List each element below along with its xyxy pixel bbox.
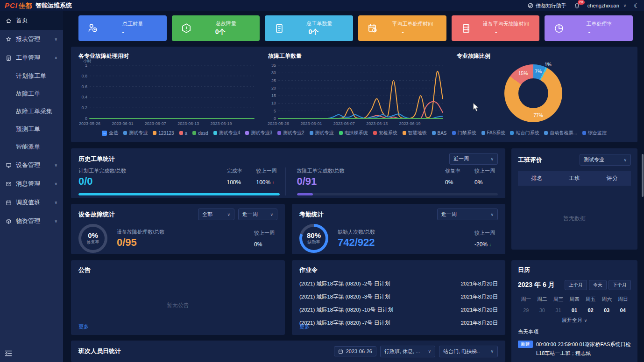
legend-item[interactable]: 123123 (153, 131, 174, 136)
panel-title: 公告 (78, 266, 277, 274)
device-fault-scope-dropdown[interactable]: 全部 (198, 209, 234, 220)
legend-item[interactable]: FAS系统 (481, 130, 505, 136)
legend-item[interactable]: 电扶梯系统 (339, 130, 368, 136)
legend-item[interactable]: 门禁系统 (452, 130, 476, 136)
stat-card-icon (367, 22, 379, 35)
calendar-day[interactable]: 01 (566, 307, 583, 313)
legend-label: 测试专业4 (219, 130, 241, 136)
team-rating-panel: 工班评价 测试专业 排名 工班 评分 暂无数据 (511, 148, 637, 250)
assistant-button[interactable]: 佳都知行助手 (528, 2, 566, 9)
scrollbar-thumb[interactable] (642, 154, 644, 197)
calendar-day[interactable]: 31 (550, 307, 566, 313)
fault-ratio-donut-chart: 7%1%77%15% (504, 64, 562, 122)
sidebar-subitem-predict-workorder[interactable]: 预测工单 (0, 120, 63, 138)
history-workorder-panel: 历史工单统计 近一周 计划工单完成数/总数 0/0 完成率100% 较上一周10… (71, 148, 505, 198)
legend-item[interactable]: 安检系统 (373, 130, 397, 136)
legend-item[interactable]: 测试专业 (310, 130, 334, 136)
notice-empty-text: 暂无公告 (78, 301, 277, 309)
work-order-title: (2021) 城际18字第 (0820) -3号 日计划 (299, 293, 390, 300)
sidebar-item-home[interactable]: 首页 (0, 11, 63, 30)
top-bar: PCI 佳都 智能运维系统 佳都知行助手 28 chengzhixuan ☾ (0, 0, 644, 11)
notice-panel: 公告 暂无公告 更多 (71, 260, 285, 335)
material-icon (6, 218, 12, 224)
calendar-event[interactable]: 新建 00:00:00-23:59:00 01谢家桥FAS系统日检 L18车站一… (518, 340, 631, 357)
prev-month-button[interactable]: 上个月 (565, 280, 587, 290)
today-button[interactable]: 今天 (589, 280, 607, 290)
shift-date-picker[interactable]: 2023-06-26 (334, 346, 376, 356)
sidebar-collapse-button[interactable] (5, 350, 12, 358)
legend-item[interactable]: 智慧地铁 (403, 130, 427, 136)
calendar-day[interactable]: 30 (534, 307, 551, 313)
user-menu[interactable]: chengzhixuan (587, 3, 626, 8)
sidebar-item-reports[interactable]: 报表管理 (0, 30, 63, 49)
work-order-row[interactable]: (2021) 城际18字第 (0820) -7号 日计划 2021年8月20日 (299, 320, 498, 327)
stat-card: 总工单数量 0个 (265, 15, 353, 41)
legend-item[interactable]: 测试专业4 (213, 130, 241, 136)
svg-text:0.4: 0.4 (81, 95, 87, 99)
attendance-range-dropdown[interactable]: 近一周 (437, 209, 498, 220)
calendar-day[interactable]: 02 (582, 307, 599, 313)
weekday-label: 周日 (615, 296, 631, 303)
attendance-value: 742/922 (338, 237, 375, 249)
sidebar-subitem-planned-workorder[interactable]: 计划修工单 (0, 67, 63, 85)
expand-month-button[interactable]: 展开全月 (518, 317, 631, 324)
legend-item[interactable]: 测试专业 (123, 130, 148, 136)
attendance-panel: 考勤统计 近一周 80% 缺勤率 缺勤人次数/总数 742/922 较上一周-2… (292, 204, 505, 254)
panel-title: 历史工单统计 (78, 155, 115, 163)
calendar-day[interactable]: 29 (518, 307, 534, 313)
calendar-day[interactable]: 03 (599, 307, 615, 313)
legend-label: 123123 (158, 131, 174, 136)
legend-select-all[interactable]: 全选 (102, 130, 118, 136)
legend-label: 自动售检票... (550, 130, 577, 136)
svg-text:2023-06-19: 2023-06-19 (211, 121, 232, 126)
work-order-row[interactable]: (2021) 城际18字第 (0820) -2号 日计划 2021年8月20日 (299, 280, 498, 287)
legend-item[interactable]: 自动售检票... (544, 130, 577, 136)
sidebar-subitem-smart-dispatch[interactable]: 智能派单 (0, 138, 63, 156)
legend-color-dot (339, 131, 343, 135)
work-order-more-link[interactable]: 更多 (299, 323, 310, 330)
event-line2: L18车站一工班；程志炫 (536, 350, 591, 356)
sidebar-item-dispatch-duty[interactable]: 调度值班 (0, 193, 63, 212)
calendar-day[interactable]: 04 (615, 307, 631, 313)
shift-type-dropdown[interactable]: 行政班, 休息, ... (380, 346, 435, 357)
stat-card-label: 设备平均无故障时间 (483, 21, 529, 28)
column-score: 评分 (593, 174, 631, 182)
work-order-row[interactable]: (2021) 城际18字第 (0820) -3号 日计划 2021年8月20日 (299, 293, 498, 300)
absence-rate-gauge: 80% 缺勤率 (299, 224, 328, 253)
legend-item[interactable]: dasd (192, 131, 208, 136)
legend-item[interactable]: a (179, 131, 188, 136)
sidebar-item-messages[interactable]: 消息管理 (0, 174, 63, 193)
legend-item[interactable]: 测试专业3 (245, 130, 272, 136)
legend-item[interactable]: 站台门系统 (510, 130, 539, 136)
svg-text:30: 30 (271, 70, 276, 75)
device-fault-range-dropdown[interactable]: 近一周 (238, 209, 277, 220)
sidebar-item-materials[interactable]: 物资管理 (0, 212, 63, 230)
sidebar-item-label: 调度值班 (16, 198, 48, 207)
history-range-dropdown[interactable]: 近一周 (449, 153, 498, 165)
shift-system-dropdown[interactable]: 站台门, 电扶梯.. (439, 346, 498, 357)
next-month-button[interactable]: 下个月 (609, 280, 631, 290)
rate-value: 100% (227, 179, 242, 186)
team-rating-filter-dropdown[interactable]: 测试专业 (580, 154, 631, 166)
dark-mode-toggle[interactable]: ☾ (634, 2, 639, 9)
legend-item[interactable]: BAS (432, 131, 447, 136)
sidebar-item-workorders[interactable]: 工单管理 (0, 49, 63, 67)
report-icon (6, 36, 12, 42)
notice-more-link[interactable]: 更多 (78, 323, 89, 330)
notifications-button[interactable]: 28 (574, 3, 580, 9)
sidebar-subitem-fault-collection[interactable]: 故障工单采集 (0, 103, 63, 120)
sidebar-subitem-fault-workorder[interactable]: 故障工单 (0, 85, 63, 103)
svg-text:2023-06-07: 2023-06-07 (333, 121, 355, 126)
metric-label: 缺勤人次数/总数 (338, 229, 375, 236)
legend-item[interactable]: 综合监控 (582, 130, 607, 136)
legend-color-dot (277, 131, 281, 135)
sidebar-item-devices[interactable]: 设备管理 (0, 156, 63, 174)
legend-item[interactable]: 测试专业2 (277, 130, 304, 136)
svg-text:小时: 小时 (83, 59, 92, 63)
work-order-row[interactable]: (2021) 城际18字第 (0820) -10号 日计划 2021年8月20日 (299, 306, 498, 313)
svg-text:0: 0 (85, 116, 87, 121)
legend-label: dasd (198, 131, 208, 136)
legend-color-dot (245, 131, 249, 135)
svg-text:2023-06-19: 2023-06-19 (399, 121, 421, 126)
planned-progress-bar (78, 193, 280, 195)
